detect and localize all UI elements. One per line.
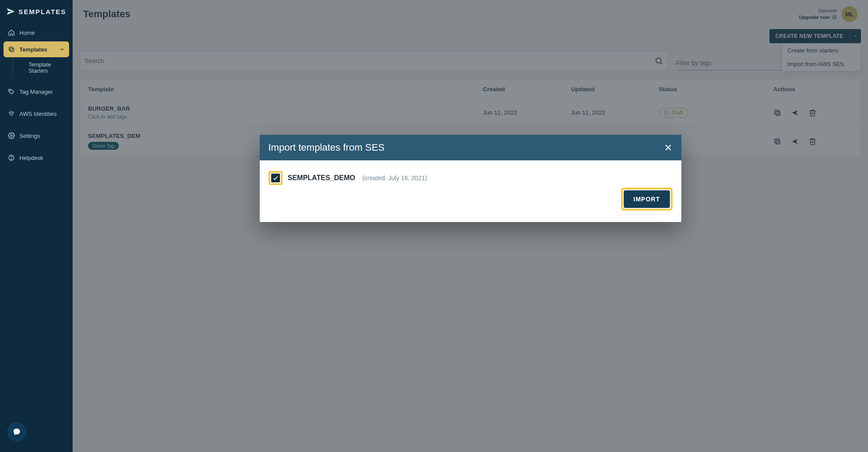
modal-actions: IMPORT bbox=[268, 188, 673, 211]
copy-icon bbox=[8, 46, 15, 53]
sidebar-item-label: Home bbox=[19, 30, 35, 36]
fingerprint-icon bbox=[8, 110, 15, 117]
modal-overlay: Import templates from SES SEMPLATES_DEMO… bbox=[73, 0, 868, 452]
sidebar-subitem-template-starters[interactable]: Template Starters bbox=[12, 58, 69, 78]
import-item-row: SEMPLATES_DEMO (created: July 16, 2021) bbox=[268, 171, 673, 185]
svg-point-3 bbox=[11, 135, 12, 137]
template-checkbox[interactable] bbox=[271, 174, 280, 182]
checkbox-highlight bbox=[268, 171, 283, 185]
sidebar-item-helpdesk[interactable]: Helpdesk bbox=[4, 150, 69, 166]
modal-header: Import templates from SES bbox=[260, 135, 681, 160]
home-icon bbox=[8, 29, 15, 36]
tag-icon bbox=[8, 88, 15, 95]
gear-icon bbox=[8, 132, 15, 139]
sidebar-item-label: Helpdesk bbox=[19, 155, 43, 161]
chevron-down-icon bbox=[59, 47, 65, 52]
brand-text: SEMPLATES bbox=[18, 8, 66, 15]
sidebar-item-aws-identities[interactable]: AWS Identities bbox=[4, 106, 69, 122]
sidebar-item-label: Tag Manager bbox=[19, 89, 53, 95]
chat-icon bbox=[12, 427, 21, 436]
brand-logo: SEMPLATES bbox=[0, 0, 73, 25]
svg-point-2 bbox=[10, 90, 10, 91]
sidebar-item-tag-manager[interactable]: Tag Manager bbox=[4, 84, 69, 100]
import-button[interactable]: IMPORT bbox=[624, 190, 669, 208]
svg-rect-1 bbox=[9, 47, 13, 51]
sidebar-item-label: Templates bbox=[19, 46, 47, 53]
sidebar-item-label: Settings bbox=[19, 133, 40, 139]
paper-plane-icon bbox=[6, 7, 15, 16]
sidebar-nav: Home Templates Template Starters Tag Man… bbox=[0, 25, 73, 166]
close-icon[interactable] bbox=[664, 143, 673, 152]
modal-title: Import templates from SES bbox=[268, 142, 385, 153]
sidebar-item-templates[interactable]: Templates bbox=[4, 41, 69, 57]
svg-rect-0 bbox=[10, 48, 14, 52]
import-ses-modal: Import templates from SES SEMPLATES_DEMO… bbox=[260, 135, 681, 222]
main-content: Templates Discover Upgrade now ML CREATE… bbox=[73, 0, 868, 452]
help-icon bbox=[8, 154, 15, 161]
sidebar-item-home[interactable]: Home bbox=[4, 25, 69, 41]
svg-point-5 bbox=[11, 159, 11, 159]
import-item-meta: (created: July 16, 2021) bbox=[362, 174, 427, 182]
sidebar-item-label: AWS Identities bbox=[19, 111, 57, 117]
sidebar-item-settings[interactable]: Settings bbox=[4, 128, 69, 144]
import-button-highlight: IMPORT bbox=[621, 188, 672, 211]
import-item-name: SEMPLATES_DEMO bbox=[288, 174, 356, 182]
sidebar: SEMPLATES Home Templates Template Starte… bbox=[0, 0, 73, 452]
modal-body: SEMPLATES_DEMO (created: July 16, 2021) … bbox=[260, 160, 681, 222]
chat-support-button[interactable] bbox=[7, 422, 26, 441]
